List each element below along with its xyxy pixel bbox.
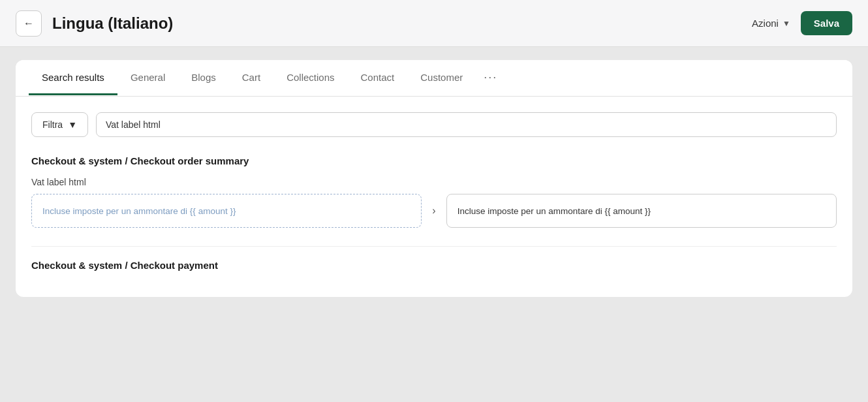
filter-chevron-icon: ▼ [68, 119, 77, 130]
tab-bar: Search results General Blogs Cart Collec… [16, 60, 852, 97]
main-content: Search results General Blogs Cart Collec… [0, 47, 868, 402]
filter-label: Filtra [42, 119, 63, 130]
tab-customer[interactable]: Customer [407, 61, 476, 95]
back-button[interactable]: ← [16, 10, 42, 37]
tab-search-results[interactable]: Search results [29, 61, 117, 95]
chevron-down-icon: ▼ [783, 19, 790, 28]
translation-row: Incluse imposte per un ammontare di {{ a… [31, 194, 837, 228]
field-label: Vat label html [31, 177, 837, 187]
more-tabs-button[interactable]: ··· [476, 60, 505, 97]
section1-title: Checkout & system / Checkout order summa… [31, 155, 837, 166]
content-card: Search results General Blogs Cart Collec… [16, 60, 852, 297]
tab-content: Filtra ▼ Checkout & system / Checkout or… [16, 97, 852, 297]
section2-title: Checkout & system / Checkout payment [31, 260, 837, 271]
tab-general[interactable]: General [117, 61, 178, 95]
tab-contact[interactable]: Contact [348, 61, 408, 95]
source-text: Incluse imposte per un ammontare di {{ a… [31, 194, 422, 228]
search-input[interactable] [96, 112, 837, 137]
filter-row: Filtra ▼ [31, 112, 837, 137]
back-icon: ← [23, 18, 34, 29]
target-text[interactable]: Incluse imposte per un ammontare di {{ a… [446, 194, 837, 228]
filter-button[interactable]: Filtra ▼ [31, 112, 88, 137]
page-header: ← Lingua (Italiano) Azioni ▼ Salva [0, 0, 868, 47]
tab-cart[interactable]: Cart [229, 61, 273, 95]
arrow-icon: › [432, 205, 435, 217]
tab-collections[interactable]: Collections [273, 61, 347, 95]
tab-blogs[interactable]: Blogs [178, 61, 229, 95]
actions-label: Azioni [752, 18, 779, 29]
section2-divider: Checkout & system / Checkout payment [31, 246, 837, 271]
actions-button[interactable]: Azioni ▼ [752, 18, 790, 29]
save-button[interactable]: Salva [801, 11, 852, 35]
page-title: Lingua (Italiano) [52, 14, 741, 33]
